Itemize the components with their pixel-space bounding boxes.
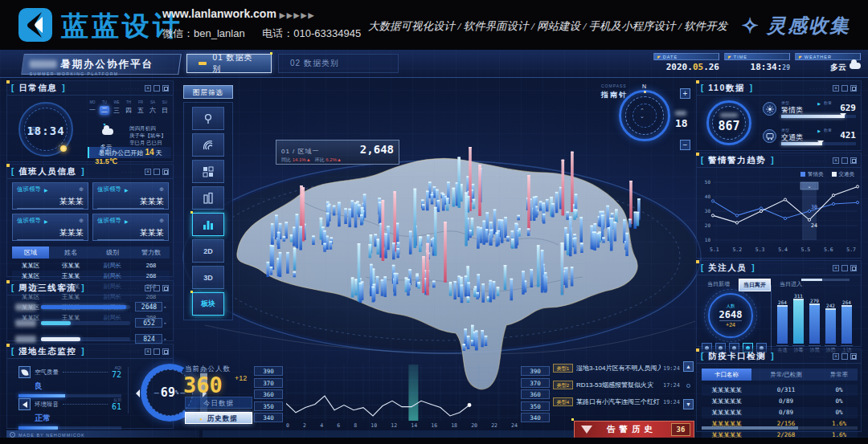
focus-slider[interactable] xyxy=(801,279,850,281)
scroll-up-icon[interactable]: ▲ xyxy=(683,361,694,372)
focus-bar[interactable]: 279涉黑 xyxy=(809,298,821,354)
focus-bar[interactable]: 264在逃 xyxy=(776,299,788,354)
contact-line: 微信：ben_lanlan 电话：010-63334945 xyxy=(162,26,375,41)
close-icon[interactable]: × xyxy=(833,85,839,92)
alert-item[interactable]: 类型2RD13-53烟感报警疑似火灾17:24 xyxy=(553,378,680,392)
more-icon[interactable]: ⊕ xyxy=(79,218,84,224)
checkpoint-scrollbar[interactable] xyxy=(702,426,858,430)
layer-button-grid[interactable] xyxy=(192,160,224,183)
close-icon[interactable]: × xyxy=(145,348,151,355)
layer-button-radar[interactable] xyxy=(192,133,224,157)
compass-dial[interactable] xyxy=(619,90,670,141)
focus-bar[interactable]: 242涉恐 xyxy=(825,303,837,354)
close-icon[interactable]: × xyxy=(145,85,151,92)
alert-item[interactable]: 类型4某路口有小汽车连闯三个红灯19:24 xyxy=(553,395,680,409)
fullscreen-icon[interactable] xyxy=(162,85,169,92)
layer-button-barchart[interactable] xyxy=(192,213,224,236)
fullscreen-icon[interactable] xyxy=(162,169,169,175)
ytick-box: 370 xyxy=(254,378,283,388)
dashboard-header: 暑期办公协作平台 SUMMER WORKING PLATFORM 01 数据类别… xyxy=(0,50,868,78)
alert-item[interactable]: 类型1湿地3-104片区有不明人员闯入19:24 xyxy=(553,361,680,375)
svg-text:24: 24 xyxy=(811,222,817,229)
minimize-icon[interactable] xyxy=(841,85,848,92)
fullscreen-icon[interactable] xyxy=(162,348,169,355)
duty-leader-name: 某某某 xyxy=(97,196,164,209)
duty-leader-card[interactable]: 值班领导▶⊕某某某 xyxy=(12,214,88,241)
air-quality-metric: 空气质量 AQI72 良 xyxy=(18,365,121,397)
minimize-icon[interactable] xyxy=(154,85,160,92)
close-icon[interactable]: × xyxy=(145,169,151,175)
tab-data-category-1[interactable]: 01 数据类别 xyxy=(186,54,272,73)
table-cell: 某某区 xyxy=(12,260,49,271)
layer-filter-title: 图层筛选 xyxy=(183,85,233,99)
minimize-icon[interactable] xyxy=(841,265,848,271)
flow-value: 652 xyxy=(135,318,162,328)
office-yaxis-left: 390370360350340 xyxy=(254,366,283,425)
panel-title: 防疫卡口检测 xyxy=(708,351,766,362)
svg-text:20: 20 xyxy=(705,222,711,228)
checkpoint-cell: 0/311 xyxy=(751,385,821,396)
more-icon[interactable]: ⊕ xyxy=(159,218,164,224)
alert-text: RD13-53烟感报警疑似火灾 xyxy=(576,381,661,389)
minimize-icon[interactable] xyxy=(154,348,160,355)
layer-button-2D[interactable]: 2D xyxy=(192,239,224,263)
fullscreen-icon[interactable] xyxy=(850,85,857,92)
focus-bar[interactable]: 311涉毒 xyxy=(792,293,805,354)
scroll-dot xyxy=(686,384,690,388)
minimize-icon[interactable] xyxy=(154,285,160,291)
close-icon[interactable]: × xyxy=(833,265,839,271)
alert-list: 类型1湿地3-104片区有不明人员闯入19:24类型2RD13-53烟感报警疑似… xyxy=(553,361,694,412)
fullscreen-icon[interactable] xyxy=(850,157,857,164)
focus-tab[interactable]: 当日离开 xyxy=(739,279,771,291)
fullscreen-icon[interactable] xyxy=(162,285,169,291)
close-icon[interactable]: × xyxy=(833,157,839,164)
tooltip-region: 01 / 区域一 xyxy=(281,147,320,156)
layer-button-板块[interactable]: 板块 xyxy=(192,292,224,316)
fullscreen-icon[interactable] xyxy=(850,353,857,360)
alert-history-button[interactable]: 告警历史 36 xyxy=(574,421,694,438)
layer-button-3D[interactable]: 3D xyxy=(192,266,224,289)
minimize-icon[interactable] xyxy=(841,353,848,360)
dashboard: 暑期办公协作平台 SUMMER WORKING PLATFORM 01 数据类别… xyxy=(0,50,868,438)
more-icon[interactable]: ⊕ xyxy=(159,186,164,193)
checkpoint-row: 某某某某某0/3110% xyxy=(702,385,858,396)
today-data-button[interactable]: 今日数据 xyxy=(185,397,252,409)
site-url[interactable]: www.lanlanwork.com ▶▶▶▶▶ xyxy=(162,7,315,20)
checkpoint-header-cell[interactable]: 异常/已检测 xyxy=(751,369,821,381)
weekday-cell[interactable]: MO一 xyxy=(88,100,97,129)
weekday-cell[interactable]: WE三 xyxy=(112,100,121,129)
table-cell: 268 xyxy=(133,260,170,271)
alarm-count: 421 xyxy=(840,130,856,141)
ytick-box: 350 xyxy=(254,401,283,411)
scroll-down-icon[interactable]: ▼ xyxy=(683,399,694,409)
compass-widget: COMPASS 指南针 N ⌃⌄ 18 + − xyxy=(596,82,696,157)
more-icon[interactable]: ⊕ xyxy=(79,186,84,193)
panel-title: 日常信息 xyxy=(18,83,57,94)
speaker-icon xyxy=(18,398,31,410)
zoom-in-button[interactable]: + xyxy=(680,88,690,99)
minimize-icon[interactable] xyxy=(154,169,160,175)
zoom-out-button[interactable]: − xyxy=(680,140,690,150)
checkpoint-header-cell[interactable]: 异常率 xyxy=(821,369,858,381)
noise-metric: 环境噪音 分贝61 正常 xyxy=(18,397,121,430)
fullscreen-icon[interactable] xyxy=(850,265,857,271)
bar-value: 264 xyxy=(842,299,851,305)
checkpoint-header-cell[interactable]: 卡口名称 xyxy=(702,369,751,381)
duty-leader-card[interactable]: 值班领导▶⊕某某某 xyxy=(92,182,169,210)
legend-swatch xyxy=(832,172,837,177)
svg-text:30: 30 xyxy=(705,208,711,214)
duty-leader-card[interactable]: 值班领导▶⊕某某某 xyxy=(12,182,88,210)
close-icon[interactable]: × xyxy=(145,285,151,291)
duty-leader-card[interactable]: 值班领导▶⊕某某某 xyxy=(92,214,169,241)
gauge-left-arrow[interactable] xyxy=(132,389,140,397)
layer-button-pin[interactable] xyxy=(192,107,224,130)
history-data-button[interactable]: 历史数据 xyxy=(185,412,252,424)
alert-time: 19:24 xyxy=(663,365,680,372)
minimize-icon[interactable] xyxy=(841,157,848,164)
layer-button-building[interactable] xyxy=(192,186,224,210)
focus-bar[interactable]: 264上访 xyxy=(841,299,853,354)
checkpoint-table-header: 卡口名称异常/已检测异常率 xyxy=(702,369,858,381)
close-icon[interactable]: × xyxy=(833,353,839,360)
svg-text:40: 40 xyxy=(705,193,711,199)
tab-data-category-2[interactable]: 02 数据类别 xyxy=(278,54,399,73)
